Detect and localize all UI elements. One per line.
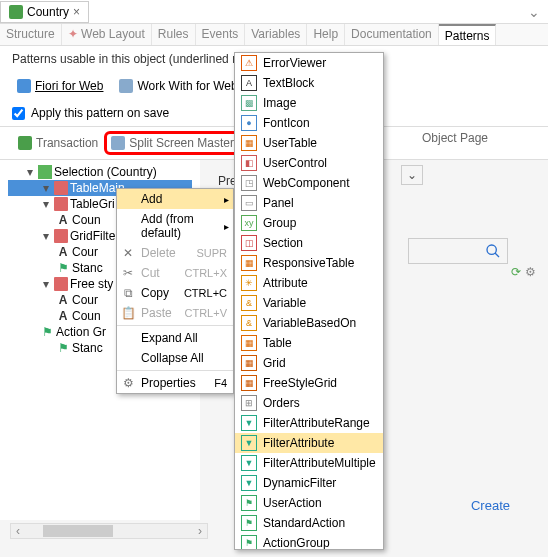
- expander-icon[interactable]: ▾: [40, 277, 52, 291]
- submenu-item-label: WebComponent: [263, 176, 350, 190]
- workwith-for-web-button[interactable]: Work With for Web: [114, 76, 242, 96]
- subtab-rules[interactable]: Rules: [152, 24, 196, 45]
- apply-on-save-checkbox[interactable]: [12, 107, 25, 120]
- submenu-item-label: Table: [263, 336, 292, 350]
- flag-icon: ⚑: [40, 325, 54, 339]
- add-submenu-item[interactable]: xyGroup: [235, 213, 383, 233]
- scroll-thumb[interactable]: [43, 525, 113, 537]
- attribute-icon: A: [56, 293, 70, 307]
- item-type-icon: ▦: [241, 375, 257, 391]
- item-type-icon: &: [241, 295, 257, 311]
- tree-node-label: Free sty: [70, 277, 113, 291]
- add-submenu-item[interactable]: ●FontIcon: [235, 113, 383, 133]
- add-submenu-item[interactable]: &Variable: [235, 293, 383, 313]
- context-menu-item[interactable]: ⚙PropertiesF4: [117, 373, 233, 393]
- add-submenu-item[interactable]: ▩Image: [235, 93, 383, 113]
- item-type-icon: ✳: [241, 275, 257, 291]
- submenu-item-label: Panel: [263, 196, 294, 210]
- menu-item-icon: ⚙: [121, 376, 135, 390]
- menu-item-label: Paste: [141, 306, 172, 320]
- add-submenu-item[interactable]: ▼FilterAttribute: [235, 433, 383, 453]
- add-submenu-item[interactable]: ⚠ErrorViewer: [235, 53, 383, 73]
- subtab-help[interactable]: Help: [307, 24, 345, 45]
- context-menu-item[interactable]: ⧉CopyCTRL+C: [117, 283, 233, 303]
- scroll-right-icon[interactable]: ›: [193, 524, 207, 538]
- add-submenu-item[interactable]: ◫Section: [235, 233, 383, 253]
- refresh-icon[interactable]: ⟳: [511, 265, 521, 279]
- add-submenu-item[interactable]: ▼DynamicFilter: [235, 473, 383, 493]
- add-submenu-item[interactable]: ▦Grid: [235, 353, 383, 373]
- submenu-item-label: ActionGroup: [263, 536, 330, 550]
- submenu-item-label: FilterAttributeRange: [263, 416, 370, 430]
- subtab-weblayout[interactable]: ✦ Web Layout: [62, 24, 152, 45]
- tree-root-label: Selection (Country): [54, 165, 157, 179]
- workwith-label: Work With for Web: [137, 79, 237, 93]
- close-icon[interactable]: ×: [73, 5, 80, 19]
- add-submenu-item[interactable]: &VariableBasedOn: [235, 313, 383, 333]
- fiori-for-web-button[interactable]: Fiori for Web: [12, 76, 108, 96]
- subtab-variables[interactable]: Variables: [245, 24, 307, 45]
- svg-point-0: [487, 245, 496, 254]
- expander-icon[interactable]: ▾: [40, 197, 52, 211]
- add-submenu-item[interactable]: ⚑UserAction: [235, 493, 383, 513]
- context-menu-item[interactable]: Collapse All: [117, 348, 233, 368]
- add-submenu-item[interactable]: ◧UserControl: [235, 153, 383, 173]
- object-page-tab[interactable]: Object Page: [422, 131, 488, 145]
- horizontal-scrollbar[interactable]: ‹ ›: [10, 523, 208, 539]
- transaction-tab[interactable]: Transaction: [12, 131, 104, 155]
- context-menu-item[interactable]: Add (from default)▸: [117, 209, 233, 243]
- tree-node-label: GridFilte: [70, 229, 115, 243]
- subtab-patterns[interactable]: Patterns: [439, 24, 497, 45]
- context-menu-item[interactable]: Expand All: [117, 328, 233, 348]
- item-type-icon: ⚑: [241, 495, 257, 511]
- item-type-icon: ▦: [241, 135, 257, 151]
- menu-item-label: Expand All: [141, 331, 198, 345]
- submenu-item-label: UserAction: [263, 496, 322, 510]
- tree-node-label: Stanc: [72, 261, 103, 275]
- expander-icon[interactable]: ▾: [40, 181, 52, 195]
- add-submenu-item[interactable]: ATextBlock: [235, 73, 383, 93]
- submenu-item-label: FreeStyleGrid: [263, 376, 337, 390]
- menu-item-label: Cut: [141, 266, 160, 280]
- submenu-item-label: Attribute: [263, 276, 308, 290]
- gear-icon[interactable]: ⚙: [525, 265, 536, 279]
- add-submenu-item[interactable]: ⚑ActionGroup: [235, 533, 383, 550]
- subtab-structure[interactable]: Structure: [0, 24, 62, 45]
- subtab-events[interactable]: Events: [196, 24, 246, 45]
- menu-shortcut: CTRL+C: [184, 287, 227, 299]
- grid-icon: [54, 229, 68, 243]
- context-menu-item[interactable]: Add▸: [117, 189, 233, 209]
- add-submenu-item[interactable]: ◳WebComponent: [235, 173, 383, 193]
- preview-dropdown[interactable]: ⌄: [401, 165, 423, 185]
- subtab-documentation[interactable]: Documentation: [345, 24, 439, 45]
- add-submenu-item[interactable]: ✳Attribute: [235, 273, 383, 293]
- submenu-item-label: FilterAttributeMultiple: [263, 456, 376, 470]
- add-submenu-item[interactable]: ▼FilterAttributeRange: [235, 413, 383, 433]
- tree-root[interactable]: ▾ Selection (Country): [8, 164, 192, 180]
- add-submenu-item[interactable]: ▦ResponsiveTable: [235, 253, 383, 273]
- context-menu-item: 📋PasteCTRL+V: [117, 303, 233, 323]
- tab-title: Country: [27, 5, 69, 19]
- scroll-left-icon[interactable]: ‹: [11, 524, 25, 538]
- expander-icon[interactable]: ▾: [40, 229, 52, 243]
- menu-item-label: Add: [141, 192, 162, 206]
- create-link[interactable]: Create: [471, 498, 510, 513]
- add-submenu-item[interactable]: ⊞Orders: [235, 393, 383, 413]
- add-submenu-item[interactable]: ▼FilterAttributeMultiple: [235, 453, 383, 473]
- item-type-icon: ▼: [241, 415, 257, 431]
- add-submenu-item[interactable]: ▦UserTable: [235, 133, 383, 153]
- editor-tab-country[interactable]: Country ×: [0, 1, 89, 23]
- chevron-down-icon[interactable]: ⌄: [520, 4, 548, 20]
- workwith-icon: [119, 79, 133, 93]
- menu-shortcut: F4: [214, 377, 227, 389]
- add-submenu-item[interactable]: ▦FreeStyleGrid: [235, 373, 383, 393]
- add-submenu-item[interactable]: ⚑StandardAction: [235, 513, 383, 533]
- search-box[interactable]: [408, 238, 508, 264]
- add-submenu-item[interactable]: ▭Panel: [235, 193, 383, 213]
- add-submenu-item[interactable]: ▦Table: [235, 333, 383, 353]
- apply-on-save-label: Apply this pattern on save: [31, 106, 169, 120]
- item-type-icon: ◳: [241, 175, 257, 191]
- tree-node-label: TableGri: [70, 197, 115, 211]
- expander-icon[interactable]: ▾: [24, 165, 36, 179]
- submenu-item-label: UserControl: [263, 156, 327, 170]
